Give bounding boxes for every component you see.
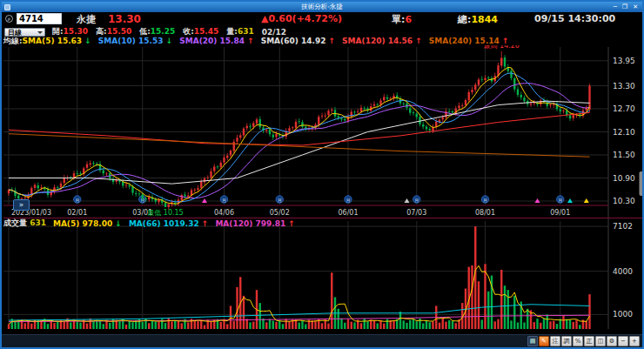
- candlestick: [118, 180, 120, 182]
- candlestick: [569, 115, 571, 118]
- candlestick: [239, 135, 241, 138]
- candlestick: [301, 122, 303, 126]
- candlestick: [34, 185, 36, 188]
- zoom-out-button[interactable]: −: [618, 336, 628, 346]
- volume-bar: [236, 287, 238, 329]
- volume-bar: [445, 322, 446, 329]
- price-tick-label: 11.50: [613, 151, 635, 159]
- expand-panel-button[interactable]: »: [13, 199, 30, 211]
- candlestick: [340, 118, 342, 119]
- candlestick: [331, 110, 332, 111]
- zoom-in-button[interactable]: +: [629, 336, 640, 346]
- split-view-button[interactable]: ◫: [595, 336, 606, 346]
- volume-bar: [527, 309, 528, 329]
- candlestick: [468, 92, 470, 100]
- volume-bar: [573, 322, 574, 329]
- scrollbar-thumb[interactable]: [640, 171, 644, 196]
- volume-bar: [399, 312, 401, 329]
- volume-bar: [507, 290, 509, 329]
- stock-code-input[interactable]: [17, 13, 62, 24]
- volume-bar: [125, 325, 127, 329]
- volume-bar: [178, 321, 179, 329]
- candlestick: [357, 111, 359, 112]
- candlestick: [60, 184, 62, 188]
- volume-bar: [53, 323, 55, 329]
- minimize-button[interactable]: ─: [614, 2, 617, 12]
- legend-item: MA(5) 978.00 ↓: [53, 219, 122, 228]
- candlestick: [236, 138, 238, 141]
- sma120-line: [9, 112, 590, 145]
- volume-bar: [246, 319, 248, 329]
- candlestick: [144, 198, 146, 199]
- candlestick: [194, 190, 196, 191]
- candlestick: [246, 126, 248, 129]
- volume-bar: [523, 323, 525, 329]
- candlestick: [142, 194, 144, 198]
- volume-bar: [275, 322, 277, 329]
- volume-bar: [566, 319, 567, 329]
- date-tick-label: 09/01: [550, 209, 570, 217]
- down-arrow-icon: ↓: [84, 37, 91, 45]
- volume-bar: [155, 322, 157, 329]
- candlestick: [184, 195, 185, 197]
- candlestick: [204, 178, 205, 182]
- volume-bar: [259, 303, 261, 329]
- candlestick: [135, 193, 137, 194]
- volume-bar: [24, 323, 26, 329]
- volume-bar: [429, 322, 431, 329]
- candlestick: [103, 171, 104, 174]
- layers-button[interactable]: ▤: [527, 336, 538, 346]
- volume-bar: [426, 320, 427, 329]
- percent-button[interactable]: %: [573, 336, 583, 346]
- volume-bar: [366, 321, 368, 329]
- volume-bar: [392, 320, 394, 329]
- annotate-button[interactable]: 注: [550, 336, 560, 346]
- stock-name: 永捷: [77, 13, 96, 26]
- volume-bar: [197, 321, 198, 329]
- candlestick: [243, 129, 245, 136]
- volume-bar: [383, 324, 385, 329]
- volume-bar: [249, 322, 251, 329]
- volume-bar: [540, 323, 541, 329]
- volume-bar: [513, 296, 515, 329]
- candlestick: [426, 126, 427, 129]
- normal-scale-button[interactable]: 正: [584, 336, 594, 346]
- volume-bar: [30, 324, 32, 329]
- volume-bar: [57, 321, 58, 329]
- candlestick: [138, 193, 140, 194]
- candlestick: [338, 116, 339, 117]
- volume-bar: [99, 320, 101, 329]
- candlestick: [158, 200, 159, 202]
- candlestick: [252, 123, 254, 126]
- tune-button[interactable]: 調: [561, 336, 572, 346]
- single-volume: 單:6: [392, 13, 412, 26]
- volume-bar: [288, 321, 290, 329]
- up-arrow-icon: ↑: [247, 37, 254, 45]
- total-volume: 總:1844: [458, 13, 498, 26]
- settings-button[interactable]: ⚙: [607, 336, 617, 346]
- candlestick: [523, 97, 525, 101]
- candlestick: [487, 77, 489, 78]
- volume-bar: [233, 321, 235, 329]
- volume-bar: [210, 321, 211, 329]
- up-arrow-icon: ↑: [288, 219, 295, 228]
- candlestick: [416, 114, 418, 117]
- close-button[interactable]: ✕: [633, 2, 638, 12]
- up-arrow-icon: ↑: [415, 37, 422, 45]
- candlestick: [272, 135, 274, 138]
- candlestick: [197, 188, 198, 190]
- month-marker-glyph: 月: [75, 198, 80, 204]
- candlestick: [422, 124, 424, 127]
- maximize-button[interactable]: ❐: [622, 2, 627, 12]
- volume-bar: [569, 319, 571, 329]
- volume-bar: [549, 321, 551, 329]
- volume-bar: [588, 294, 590, 329]
- volume-legend-items: MA(5) 978.00 ↓MA(66) 1019.32 ↑MA(120) 79…: [53, 219, 302, 228]
- draw-button[interactable]: ✎: [539, 336, 549, 346]
- candlestick-volume-chart[interactable]: 13.9513.3012.7012.1011.5010.9010.3071024…: [2, 2, 644, 349]
- volume-bar: [556, 324, 558, 329]
- stock-lookup-icon[interactable]: ⌕: [5, 15, 13, 23]
- candlestick: [321, 116, 323, 117]
- last-price: 13.30: [108, 13, 141, 25]
- event-marker-icon: [535, 198, 540, 203]
